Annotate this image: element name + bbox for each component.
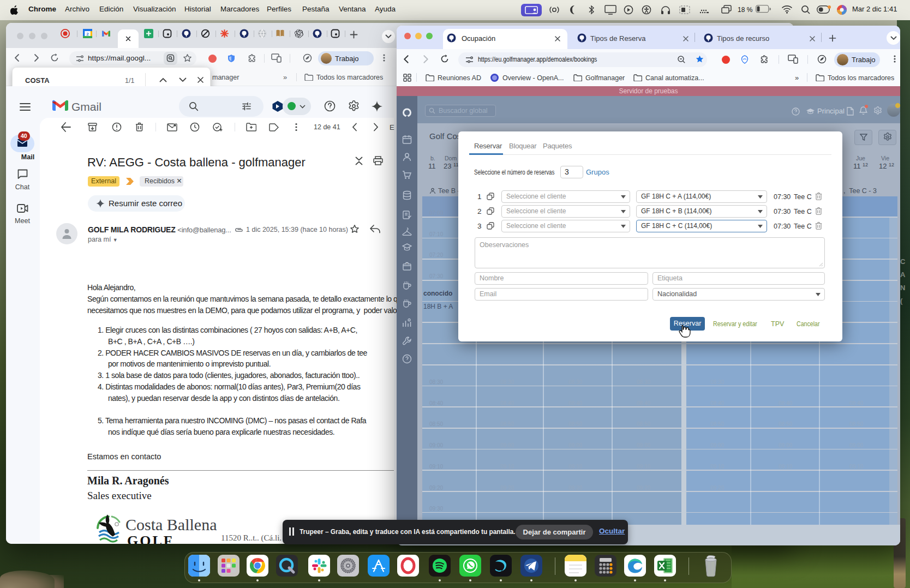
svg-text:2: 2	[86, 32, 89, 37]
